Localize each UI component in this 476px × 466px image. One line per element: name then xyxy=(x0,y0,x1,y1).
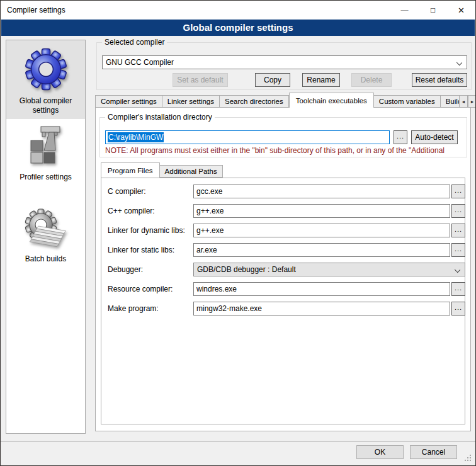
resource-compiler-input[interactable] xyxy=(193,282,450,296)
title-bar: Compiler settings — □ ✕ xyxy=(1,1,475,20)
cpp-compiler-row: C++ compiler: ... xyxy=(101,204,465,218)
program-files-panel: C compiler: ... C++ compiler: ... Linker… xyxy=(101,178,465,424)
tab-build-options[interactable]: Build options xyxy=(441,95,459,108)
make-program-row: Make program: ... xyxy=(101,302,465,315)
c-compiler-row: C compiler: ... xyxy=(101,185,465,198)
sidebar-item-profiler-settings[interactable]: Profiler settings xyxy=(6,125,85,186)
ellipsis-icon: ... xyxy=(455,284,462,292)
compiler-settings-dialog: Compiler settings — □ ✕ Global compiler … xyxy=(0,0,476,466)
gray-gear-stack-icon xyxy=(21,207,71,253)
resource-compiler-row: Resource compiler: ... xyxy=(101,282,465,296)
tab-scroll-left-button[interactable]: ◄ xyxy=(459,95,468,108)
bin-subdirectory-note: NOTE: All programs must exist either in … xyxy=(105,146,467,155)
minimize-button[interactable]: — xyxy=(390,1,419,20)
window-title: Compiler settings xyxy=(7,6,65,14)
selected-compiler-value: GNU GCC Compiler xyxy=(106,58,174,67)
group-label: Compiler's installation directory xyxy=(105,113,215,122)
c-compiler-input[interactable] xyxy=(193,185,450,198)
sidebar-item-label: Global compiler settings xyxy=(6,95,85,119)
arrow-right-icon: ► xyxy=(470,99,475,104)
field-label: C++ compiler: xyxy=(108,207,155,215)
dynamic-linker-row: Linker for dynamic libs: ... xyxy=(101,224,465,237)
field-label: Resource compiler: xyxy=(108,285,173,293)
ellipsis-icon: ... xyxy=(455,186,462,194)
tab-toolchain-executables[interactable]: Toolchain executables xyxy=(289,93,374,108)
static-linker-row: Linker for static libs: ... xyxy=(101,243,465,257)
installation-directory-value: C:\raylib\MinGW xyxy=(108,132,164,142)
set-as-default-button[interactable]: Set as default xyxy=(173,73,228,87)
browse-resource-compiler-button[interactable]: ... xyxy=(451,282,465,296)
field-label: Linker for dynamic libs: xyxy=(108,226,185,235)
tab-search-directories[interactable]: Search directories xyxy=(220,95,289,108)
arrow-left-icon: ◄ xyxy=(462,99,466,104)
field-label: C compiler: xyxy=(108,187,146,196)
close-icon: ✕ xyxy=(458,6,465,15)
maximize-button[interactable]: □ xyxy=(419,1,447,20)
reset-defaults-button[interactable]: Reset defaults xyxy=(412,73,467,87)
selected-compiler-dropdown[interactable]: GNU GCC Compiler xyxy=(102,55,467,69)
ellipsis-icon: ... xyxy=(455,304,462,311)
tab-additional-paths[interactable]: Additional Paths xyxy=(160,165,223,178)
copy-button[interactable]: Copy xyxy=(255,73,290,87)
minimize-icon: — xyxy=(401,6,409,14)
tab-linker-settings[interactable]: Linker settings xyxy=(162,95,220,108)
tab-scroll-right-button[interactable]: ► xyxy=(468,95,476,108)
debugger-row: Debugger: GDB/CDB debugger : Default xyxy=(101,263,465,276)
settings-tab-bar: Compiler settings Linker settings Search… xyxy=(95,93,459,108)
cancel-button[interactable]: Cancel xyxy=(410,445,457,459)
dynamic-linker-input[interactable] xyxy=(193,224,450,237)
make-program-input[interactable] xyxy=(193,302,450,315)
installation-directory-group: Compiler's installation directory C:\ray… xyxy=(99,117,467,157)
footer-separator xyxy=(1,441,475,441)
auto-detect-button[interactable]: Auto-detect xyxy=(411,130,458,144)
maximize-icon: □ xyxy=(431,6,435,14)
field-label: Debugger: xyxy=(108,265,143,274)
dialog-banner: Global compiler settings xyxy=(1,20,475,36)
close-button[interactable]: ✕ xyxy=(447,1,475,20)
sidebar-item-label: Profiler settings xyxy=(6,171,85,186)
tab-program-files[interactable]: Program Files xyxy=(101,162,160,178)
browse-c-compiler-button[interactable]: ... xyxy=(451,185,465,198)
group-label: Selected compiler xyxy=(102,38,167,47)
caliper-blocks-icon xyxy=(26,125,66,171)
ellipsis-icon: ... xyxy=(455,206,462,213)
sidebar-item-global-compiler-settings[interactable]: Global compiler settings xyxy=(6,40,85,119)
compiler-actions: Set as default Copy Rename Delete Reset … xyxy=(102,73,467,87)
installation-directory-input[interactable]: C:\raylib\MinGW xyxy=(105,130,390,144)
chevron-down-icon xyxy=(455,267,460,273)
program-files-tab-bar: Program Files Additional Paths xyxy=(101,162,223,178)
field-label: Linker for static libs: xyxy=(108,246,174,254)
field-label: Make program: xyxy=(108,304,159,313)
debugger-dropdown[interactable]: GDB/CDB debugger : Default xyxy=(193,263,465,276)
browse-cpp-compiler-button[interactable]: ... xyxy=(451,204,465,218)
selected-compiler-group: Selected compiler GNU GCC Compiler Set a… xyxy=(96,42,472,90)
blue-gear-icon xyxy=(21,44,71,95)
resize-grip-icon[interactable] xyxy=(465,455,472,462)
tab-custom-variables[interactable]: Custom variables xyxy=(374,95,441,108)
ok-button[interactable]: OK xyxy=(356,445,404,459)
settings-category-list: Global compiler settings Profiler sett xyxy=(6,40,86,434)
sidebar-item-label: Batch builds xyxy=(6,253,85,268)
browse-make-program-button[interactable]: ... xyxy=(451,302,465,315)
toolchain-executables-page: Compiler's installation directory C:\ray… xyxy=(95,107,471,431)
ellipsis-icon: ... xyxy=(455,225,462,233)
chevron-down-icon xyxy=(456,60,462,65)
static-linker-input[interactable] xyxy=(193,243,450,257)
browse-directory-button[interactable]: ... xyxy=(394,130,407,144)
cpp-compiler-input[interactable] xyxy=(193,204,450,218)
debugger-value: GDB/CDB debugger : Default xyxy=(197,265,296,274)
browse-dynamic-linker-button[interactable]: ... xyxy=(451,224,465,237)
rename-button[interactable]: Rename xyxy=(302,73,340,87)
sidebar-item-batch-builds[interactable]: Batch builds xyxy=(6,207,85,268)
delete-button[interactable]: Delete xyxy=(351,73,392,87)
browse-static-linker-button[interactable]: ... xyxy=(451,243,465,257)
ellipsis-icon: ... xyxy=(397,132,404,140)
tab-compiler-settings[interactable]: Compiler settings xyxy=(95,95,162,108)
ellipsis-icon: ... xyxy=(455,245,462,253)
